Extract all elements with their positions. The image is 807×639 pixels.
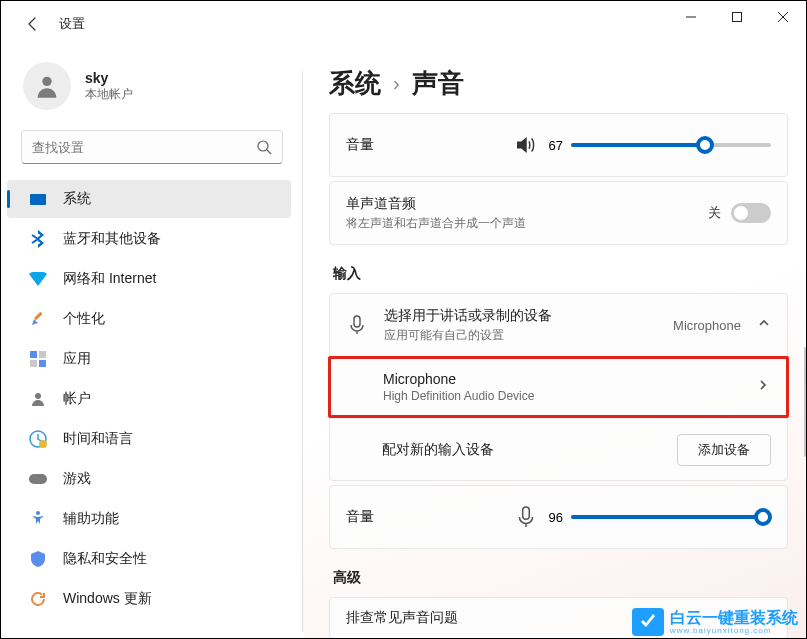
input-volume-slider[interactable] xyxy=(571,515,771,519)
input-volume-card: 音量 96 xyxy=(329,485,788,549)
search-box[interactable] xyxy=(21,130,283,164)
bluetooth-icon xyxy=(29,230,47,248)
mono-toggle[interactable] xyxy=(731,203,771,223)
choose-input-device-row[interactable]: 选择用于讲话或录制的设备 应用可能有自己的设置 Microphone xyxy=(330,294,787,356)
svg-point-12 xyxy=(35,393,41,399)
nav-item-accessibility[interactable]: 辅助功能 xyxy=(7,500,291,538)
svg-rect-10 xyxy=(30,360,37,367)
close-icon xyxy=(778,12,788,22)
watermark-url: www.baiyunxitong.com xyxy=(670,626,798,635)
microphone-icon[interactable] xyxy=(515,506,537,528)
gaming-icon xyxy=(29,470,47,488)
nav-item-time[interactable]: 时间和语言 xyxy=(7,420,291,458)
pair-label: 配对新的输入设备 xyxy=(382,441,494,459)
personalization-icon xyxy=(29,310,47,328)
nav-item-apps[interactable]: 应用 xyxy=(7,340,291,378)
svg-point-16 xyxy=(36,511,40,515)
update-icon xyxy=(29,590,47,608)
input-volume-label: 音量 xyxy=(346,508,374,526)
chevron-right-icon xyxy=(756,378,770,396)
close-button[interactable] xyxy=(760,1,806,33)
nav-label: 网络和 Internet xyxy=(63,270,156,288)
svg-line-6 xyxy=(267,150,271,154)
nav-label: 帐户 xyxy=(63,390,91,408)
chevron-up-icon xyxy=(757,316,771,334)
svg-rect-1 xyxy=(733,13,742,22)
selected-input-device: Microphone xyxy=(673,318,741,333)
watermark-brand: 白云一键重装系统 xyxy=(670,609,798,627)
accessibility-icon xyxy=(29,510,47,528)
nav-label: 应用 xyxy=(63,350,91,368)
minimize-button[interactable] xyxy=(668,1,714,33)
input-volume-value: 96 xyxy=(549,510,563,525)
nav-item-bluetooth[interactable]: 蓝牙和其他设备 xyxy=(7,220,291,258)
nav-item-update[interactable]: Windows 更新 xyxy=(7,580,291,618)
input-section-heading: 输入 xyxy=(333,265,788,283)
mono-audio-card: 单声道音频 将左声道和右声道合并成一个声道 关 xyxy=(329,181,788,245)
avatar xyxy=(23,62,71,110)
search-icon xyxy=(256,139,272,155)
search-input[interactable] xyxy=(32,140,256,155)
output-volume-label: 音量 xyxy=(346,136,374,154)
nav-label: 蓝牙和其他设备 xyxy=(63,230,161,248)
user-name: sky xyxy=(85,70,133,86)
watermark-logo xyxy=(632,608,664,636)
chevron-right-icon: › xyxy=(393,72,400,95)
advanced-section-heading: 高级 xyxy=(333,569,788,587)
svg-rect-18 xyxy=(522,507,529,519)
nav-list: 系统 蓝牙和其他设备 网络和 Internet 个性化 应用 帐户 xyxy=(1,180,303,618)
scrollbar-thumb[interactable] xyxy=(804,347,806,457)
slider-thumb[interactable] xyxy=(696,136,714,154)
svg-point-14 xyxy=(39,440,47,448)
pair-input-row: 配对新的输入设备 添加设备 xyxy=(330,418,787,480)
nav-item-network[interactable]: 网络和 Internet xyxy=(7,260,291,298)
system-icon xyxy=(29,190,47,208)
mic-sub: High Definition Audio Device xyxy=(383,389,534,403)
nav-item-accounts[interactable]: 帐户 xyxy=(7,380,291,418)
nav-label: Windows 更新 xyxy=(63,590,152,608)
maximize-button[interactable] xyxy=(714,1,760,33)
breadcrumb: 系统 › 声音 xyxy=(329,66,788,101)
svg-rect-7 xyxy=(34,312,42,320)
user-block[interactable]: sky 本地帐户 xyxy=(1,56,303,130)
nav-label: 辅助功能 xyxy=(63,510,119,528)
slider-thumb[interactable] xyxy=(754,508,772,526)
window-title: 设置 xyxy=(59,15,85,33)
back-button[interactable] xyxy=(25,16,41,32)
nav-item-system[interactable]: 系统 xyxy=(7,180,291,218)
svg-rect-15 xyxy=(29,474,47,484)
choose-input-sub: 应用可能有自己的设置 xyxy=(384,327,552,344)
breadcrumb-current: 声音 xyxy=(412,66,464,101)
nav-label: 时间和语言 xyxy=(63,430,133,448)
speaker-icon[interactable] xyxy=(515,134,537,156)
main-content: 系统 › 声音 音量 67 单声道音频 将左声道和右声道合并成一个声道 xyxy=(303,46,806,638)
nav-item-privacy[interactable]: 隐私和安全性 xyxy=(7,540,291,578)
input-device-group: 选择用于讲话或录制的设备 应用可能有自己的设置 Microphone Micro… xyxy=(329,293,788,481)
add-device-button[interactable]: 添加设备 xyxy=(677,434,771,466)
window-controls xyxy=(668,1,806,33)
microphone-device-row[interactable]: Microphone High Definition Audio Device xyxy=(328,356,789,418)
svg-rect-17 xyxy=(354,316,360,327)
nav-item-personalization[interactable]: 个性化 xyxy=(7,300,291,338)
mono-subtitle: 将左声道和右声道合并成一个声道 xyxy=(346,215,526,232)
svg-point-5 xyxy=(258,141,268,151)
mono-title: 单声道音频 xyxy=(346,195,526,213)
accounts-icon xyxy=(29,390,47,408)
svg-rect-11 xyxy=(39,360,46,367)
breadcrumb-parent[interactable]: 系统 xyxy=(329,66,381,101)
nav-label: 游戏 xyxy=(63,470,91,488)
titlebar: 设置 xyxy=(1,1,806,46)
sidebar: sky 本地帐户 系统 蓝牙和其他设备 网络和 Internet xyxy=(1,46,303,638)
nav-item-gaming[interactable]: 游戏 xyxy=(7,460,291,498)
microphone-icon xyxy=(346,314,368,336)
scrollbar[interactable] xyxy=(802,158,806,630)
mono-state-label: 关 xyxy=(708,204,721,222)
maximize-icon xyxy=(732,12,742,22)
troubleshoot-label: 排查常见声音问题 xyxy=(346,609,458,627)
choose-input-title: 选择用于讲话或录制的设备 xyxy=(384,307,552,325)
network-icon xyxy=(29,270,47,288)
apps-icon xyxy=(29,350,47,368)
minimize-icon xyxy=(686,12,696,22)
output-volume-slider[interactable] xyxy=(571,143,771,147)
svg-rect-8 xyxy=(30,351,37,358)
